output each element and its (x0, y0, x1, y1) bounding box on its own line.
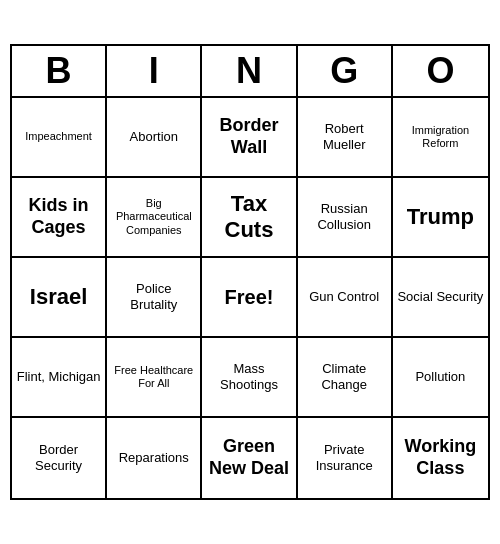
bingo-cell-3[interactable]: Robert Mueller (298, 98, 393, 178)
bingo-cell-11[interactable]: Police Brutality (107, 258, 202, 338)
bingo-cell-6[interactable]: Big Pharmaceutical Companies (107, 178, 202, 258)
bingo-cell-24[interactable]: Working Class (393, 418, 488, 498)
header-o: O (393, 46, 488, 96)
bingo-cell-13[interactable]: Gun Control (298, 258, 393, 338)
bingo-cell-22[interactable]: Green New Deal (202, 418, 297, 498)
header-b: B (12, 46, 107, 96)
bingo-cell-15[interactable]: Flint, Michigan (12, 338, 107, 418)
bingo-header: B I N G O (12, 46, 488, 98)
bingo-cell-7[interactable]: Tax Cuts (202, 178, 297, 258)
bingo-card: B I N G O ImpeachmentAbortionBorder Wall… (10, 44, 490, 500)
bingo-cell-0[interactable]: Impeachment (12, 98, 107, 178)
header-i: I (107, 46, 202, 96)
header-g: G (298, 46, 393, 96)
bingo-cell-23[interactable]: Private Insurance (298, 418, 393, 498)
bingo-cell-8[interactable]: Russian Collusion (298, 178, 393, 258)
bingo-cell-4[interactable]: Immigration Reform (393, 98, 488, 178)
bingo-cell-1[interactable]: Abortion (107, 98, 202, 178)
bingo-cell-12[interactable]: Free! (202, 258, 297, 338)
bingo-cell-9[interactable]: Trump (393, 178, 488, 258)
bingo-cell-20[interactable]: Border Security (12, 418, 107, 498)
bingo-cell-16[interactable]: Free Healthcare For All (107, 338, 202, 418)
bingo-cell-19[interactable]: Pollution (393, 338, 488, 418)
bingo-cell-10[interactable]: Israel (12, 258, 107, 338)
header-n: N (202, 46, 297, 96)
bingo-cell-17[interactable]: Mass Shootings (202, 338, 297, 418)
bingo-cell-14[interactable]: Social Security (393, 258, 488, 338)
bingo-cell-21[interactable]: Reparations (107, 418, 202, 498)
bingo-cell-2[interactable]: Border Wall (202, 98, 297, 178)
bingo-cell-18[interactable]: Climate Change (298, 338, 393, 418)
bingo-grid: ImpeachmentAbortionBorder WallRobert Mue… (12, 98, 488, 498)
bingo-cell-5[interactable]: Kids in Cages (12, 178, 107, 258)
